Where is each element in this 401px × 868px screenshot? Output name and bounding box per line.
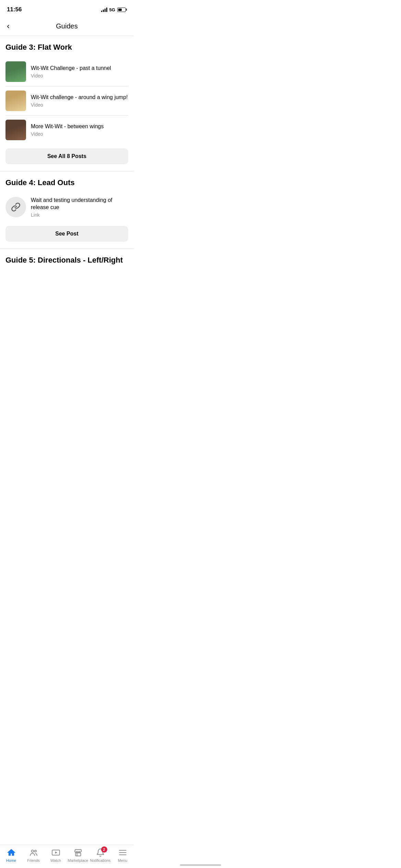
item-type: Video bbox=[31, 131, 128, 137]
item-title: Wit-Wit challenge - around a wing jump! bbox=[31, 94, 128, 101]
battery-icon bbox=[117, 8, 127, 12]
page-title: Guides bbox=[56, 22, 77, 30]
status-icons: 5G bbox=[101, 7, 127, 12]
list-item[interactable]: Wit-Wit challenge - around a wing jump! … bbox=[5, 86, 128, 116]
link-icon-circle bbox=[5, 197, 26, 217]
item-title: Wit-Wit Challenge - past a tunnel bbox=[31, 65, 128, 72]
see-all-8-posts-button[interactable]: See All 8 Posts bbox=[5, 148, 128, 164]
list-item[interactable]: Wit-Wit Challenge - past a tunnel Video bbox=[5, 57, 128, 86]
status-time: 11:56 bbox=[7, 6, 22, 13]
thumbnail-image bbox=[5, 120, 26, 140]
item-title: Wait and testing understanding of releas… bbox=[31, 197, 128, 211]
guide-4-section: Guide 4: Lead Outs Wait and testing unde… bbox=[0, 171, 134, 242]
back-button[interactable]: ‹ bbox=[5, 21, 11, 32]
content-area: Guide 3: Flat Work Wit-Wit Challenge - p… bbox=[0, 36, 134, 270]
item-title: More Wit-Wit - between wings bbox=[31, 123, 128, 130]
guide-5-title: Guide 5: Directionals - Left/Right bbox=[5, 256, 128, 265]
item-type: Video bbox=[31, 102, 128, 108]
list-item[interactable]: More Wit-Wit - between wings Video bbox=[5, 116, 128, 144]
signal-bars-icon bbox=[101, 7, 107, 12]
list-item[interactable]: Less luring Link bbox=[5, 270, 128, 270]
guide-3-section: Guide 3: Flat Work Wit-Wit Challenge - p… bbox=[0, 36, 134, 164]
status-bar: 11:56 5G bbox=[0, 0, 134, 17]
link-icon bbox=[11, 202, 21, 212]
item-type: Video bbox=[31, 73, 128, 79]
thumbnail-image bbox=[5, 61, 26, 82]
see-post-button[interactable]: See Post bbox=[5, 226, 128, 242]
item-type: Link bbox=[31, 212, 128, 218]
guide-3-title: Guide 3: Flat Work bbox=[5, 43, 128, 52]
guide-5-section: Guide 5: Directionals - Left/Right Less … bbox=[0, 249, 134, 270]
thumbnail-image bbox=[5, 91, 26, 111]
nav-header: ‹ Guides bbox=[0, 17, 134, 36]
guide-4-title: Guide 4: Lead Outs bbox=[5, 178, 128, 187]
list-item[interactable]: Wait and testing understanding of releas… bbox=[5, 193, 128, 222]
network-label: 5G bbox=[109, 7, 115, 12]
